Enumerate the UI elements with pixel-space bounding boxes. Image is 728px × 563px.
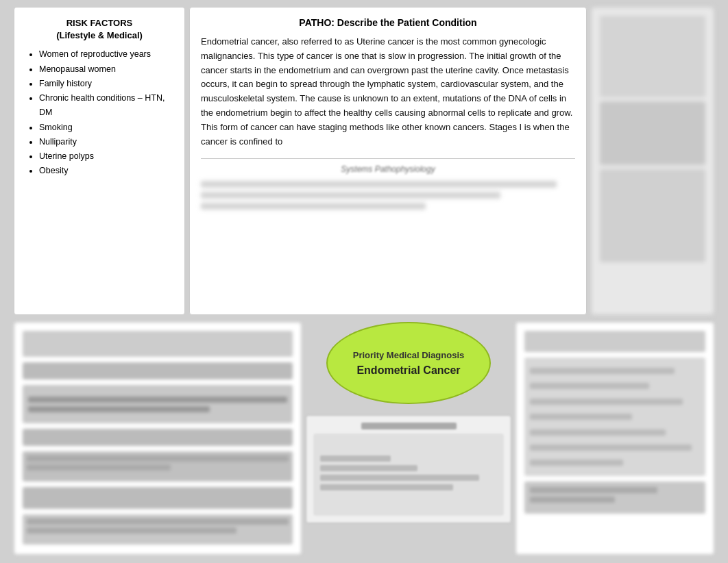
blurred-section-3	[600, 169, 705, 262]
blurred-section-1	[600, 16, 705, 97]
list-item: Nulliparity	[39, 135, 173, 149]
list-item: Family history	[39, 77, 173, 91]
patho-text: Endometrial cancer, also referred to as …	[201, 35, 575, 149]
list-item: Women of reproductive years	[39, 47, 173, 62]
top-right-panel	[591, 7, 714, 315]
risk-factors-panel: RISK FACTORS (Lifestyle & Medical) Women…	[14, 7, 185, 315]
main-container: RISK FACTORS (Lifestyle & Medical) Women…	[14, 7, 714, 556]
top-row: RISK FACTORS (Lifestyle & Medical) Women…	[14, 7, 714, 315]
bottom-left-panel	[14, 322, 302, 555]
patho-panel: PATHO: Describe the Patient Condition En…	[189, 7, 587, 315]
diagnosis-name: Endometrial Cancer	[356, 364, 460, 377]
bottom-right-panel	[515, 322, 714, 555]
patho-title: PATHO: Describe the Patient Condition	[201, 17, 575, 28]
bottom-center-section: Priority Medical Diagnosis Endometrial C…	[306, 322, 511, 555]
blurred-section-2	[600, 101, 705, 165]
risk-factors-title-line2: (Lifestyle & Medical)	[56, 30, 143, 40]
list-item: Obesity	[39, 164, 173, 178]
risk-factors-list: Women of reproductive years Menopausal w…	[25, 47, 173, 178]
list-item: Uterine polyps	[39, 149, 173, 164]
diagnosis-oval: Priority Medical Diagnosis Endometrial C…	[326, 322, 491, 404]
diagnosis-label: Priority Medical Diagnosis	[353, 350, 465, 360]
patho-bottom-blurred: Systems Pathophysiology	[201, 164, 575, 174]
list-item: Menopausal women	[39, 62, 173, 77]
risk-factors-title-line1: RISK FACTORS	[66, 18, 133, 28]
list-item: Smoking	[39, 121, 173, 135]
risk-factors-title: RISK FACTORS (Lifestyle & Medical)	[25, 17, 173, 42]
patho-bottom: Systems Pathophysiology	[201, 158, 575, 210]
bottom-row: Priority Medical Diagnosis Endometrial C…	[14, 322, 714, 555]
list-item: Chronic health conditions – HTN, DM	[39, 91, 173, 121]
